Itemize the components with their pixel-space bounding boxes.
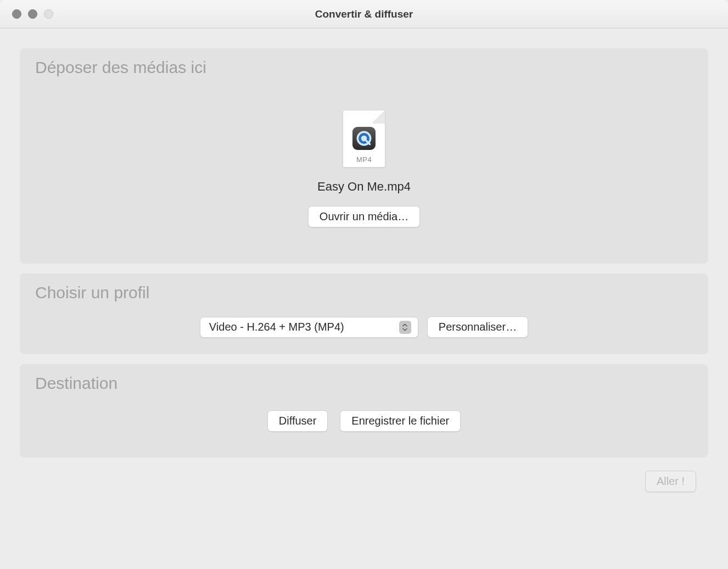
profile-select[interactable]: Video - H.264 + MP3 (MP4) [200, 317, 418, 338]
go-button[interactable]: Aller ! [645, 471, 696, 492]
traffic-lights [0, 9, 53, 19]
destination-title: Destination [35, 374, 693, 393]
minimize-button[interactable] [28, 9, 37, 19]
file-name: Easy On Me.mp4 [317, 180, 411, 194]
footer: Aller ! [20, 467, 708, 502]
file-icon: MP4 [343, 110, 385, 168]
customize-button[interactable]: Personnaliser… [427, 316, 528, 338]
profile-selected-value: Video - H.264 + MP3 (MP4) [209, 321, 344, 333]
window-title: Convertir & diffuser [315, 8, 413, 20]
chevron-up-down-icon [399, 321, 411, 334]
save-file-button[interactable]: Enregistrer le fichier [340, 410, 461, 432]
content: Déposer des médias ici MP4 Easy On Me.mp… [0, 29, 728, 569]
open-media-button[interactable]: Ouvrir un média… [308, 206, 420, 227]
quicktime-icon [352, 127, 376, 150]
file-extension-label: MP4 [356, 155, 372, 164]
destination-panel: Destination Diffuser Enregistrer le fich… [20, 364, 708, 458]
drop-media-panel[interactable]: Déposer des médias ici MP4 Easy On Me.mp… [20, 48, 708, 264]
titlebar: Convertir & diffuser [0, 0, 728, 29]
profile-panel: Choisir un profil Video - H.264 + MP3 (M… [20, 274, 708, 354]
drop-media-title: Déposer des médias ici [35, 58, 693, 77]
destination-row: Diffuser Enregistrer le fichier [35, 398, 693, 438]
stream-button[interactable]: Diffuser [267, 410, 328, 432]
window: Convertir & diffuser Déposer des médias … [0, 0, 728, 569]
profile-title: Choisir un profil [35, 283, 693, 302]
zoom-button[interactable] [44, 9, 53, 19]
close-button[interactable] [12, 9, 21, 19]
profile-row: Video - H.264 + MP3 (MP4) Personnaliser… [35, 308, 693, 339]
drop-area: MP4 Easy On Me.mp4 Ouvrir un média… [35, 82, 693, 227]
